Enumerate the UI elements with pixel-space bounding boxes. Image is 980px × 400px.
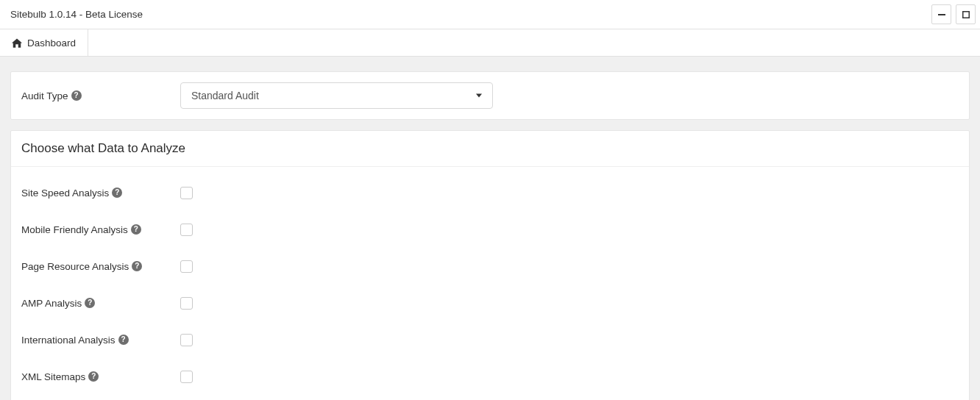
app-title: Sitebulb 1.0.14 - Beta License bbox=[10, 9, 143, 20]
analyze-heading: Choose what Data to Analyze bbox=[11, 131, 969, 167]
audit-type-panel: Audit Type Standard Audit bbox=[10, 71, 970, 120]
checkbox-amp[interactable] bbox=[180, 297, 193, 310]
maximize-button[interactable] bbox=[956, 4, 976, 24]
help-icon[interactable] bbox=[132, 261, 142, 271]
titlebar: Sitebulb 1.0.14 - Beta License bbox=[0, 0, 980, 29]
option-label-text: International Analysis bbox=[21, 335, 116, 346]
checkbox-international[interactable] bbox=[180, 334, 193, 346]
home-icon bbox=[12, 38, 22, 48]
checkbox-page-resource[interactable] bbox=[180, 260, 193, 273]
help-icon[interactable] bbox=[88, 371, 99, 382]
analyze-option-amp: AMP Analysis bbox=[21, 285, 959, 321]
help-icon[interactable] bbox=[118, 335, 129, 345]
window-controls bbox=[931, 4, 976, 24]
nav-item-dashboard[interactable]: Dashboard bbox=[0, 29, 88, 56]
analyze-panel: Choose what Data to Analyze Site Speed A… bbox=[10, 130, 970, 400]
analyze-option-international: International Analysis bbox=[21, 321, 959, 358]
analyze-option-mobile-friendly: Mobile Friendly Analysis bbox=[21, 211, 959, 248]
help-icon[interactable] bbox=[131, 224, 141, 235]
analyze-option-xml-sitemaps: XML Sitemaps bbox=[21, 358, 959, 395]
analyze-option-page-resource: Page Resource Analysis bbox=[21, 248, 959, 285]
option-label-text: Page Resource Analysis bbox=[21, 261, 129, 272]
option-label-text: AMP Analysis bbox=[21, 298, 82, 309]
help-icon[interactable] bbox=[112, 188, 122, 198]
checkbox-mobile-friendly[interactable] bbox=[180, 224, 193, 236]
navbar: Dashboard bbox=[0, 29, 980, 57]
checkbox-site-speed[interactable] bbox=[180, 187, 193, 199]
minimize-button[interactable] bbox=[931, 4, 951, 24]
minimize-icon bbox=[938, 11, 945, 18]
analyze-option-site-speed: Site Speed Analysis bbox=[21, 174, 959, 211]
checkbox-xml-sitemaps[interactable] bbox=[180, 371, 193, 383]
content-area: Audit Type Standard Audit Choose what Da… bbox=[0, 57, 980, 400]
svg-rect-1 bbox=[962, 11, 969, 18]
help-icon[interactable] bbox=[85, 298, 95, 308]
audit-type-label-text: Audit Type bbox=[21, 90, 68, 101]
option-label-text: Site Speed Analysis bbox=[21, 188, 109, 199]
audit-type-selected: Standard Audit bbox=[191, 90, 259, 101]
help-icon[interactable] bbox=[71, 90, 82, 101]
option-label-text: Mobile Friendly Analysis bbox=[21, 224, 128, 235]
audit-type-select[interactable]: Standard Audit bbox=[180, 82, 493, 109]
maximize-icon bbox=[962, 11, 970, 18]
audit-type-label: Audit Type bbox=[21, 90, 180, 101]
option-label-text: XML Sitemaps bbox=[21, 371, 85, 382]
chevron-down-icon bbox=[476, 94, 482, 98]
nav-item-label: Dashboard bbox=[27, 38, 76, 49]
svg-rect-0 bbox=[938, 14, 945, 15]
